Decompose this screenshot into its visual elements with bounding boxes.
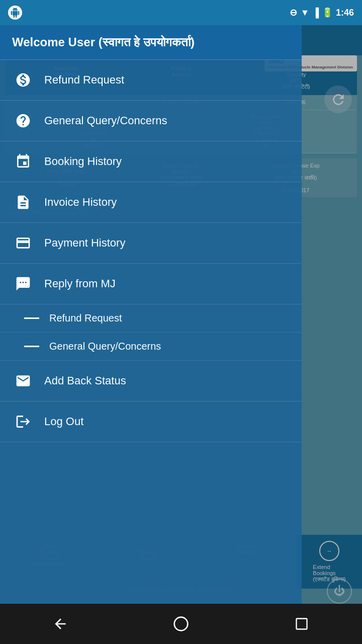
status-bar: ⊖ ▼ ▐ 🔋 1:46 xyxy=(0,0,362,25)
payment-label: Payment History xyxy=(44,236,125,250)
booking-icon xyxy=(12,150,34,173)
sub-query-label: General Query/Concerns xyxy=(49,341,161,352)
refund-icon xyxy=(12,69,34,91)
menu-item-addback[interactable]: Add Back Status xyxy=(0,361,302,401)
home-button[interactable] xyxy=(166,609,196,639)
status-bar-right: ⊖ ▼ ▐ 🔋 1:46 xyxy=(290,7,354,18)
query-icon xyxy=(12,110,34,132)
menu-list: Refund Request General Query/Concerns Bo… xyxy=(0,60,302,644)
back-button[interactable] xyxy=(45,609,75,639)
signal-icon: ▐ xyxy=(312,8,319,18)
menu-item-logout[interactable]: Log Out xyxy=(0,401,302,442)
drawer-header: Welcome User (स्वागत हे उपयोगकर्ता) xyxy=(0,25,302,60)
wifi-icon: ▼ xyxy=(300,8,309,18)
refund-label: Refund Request xyxy=(44,73,124,87)
reply-label: Reply from MJ xyxy=(44,277,116,290)
booking-label: Booking History xyxy=(44,155,122,168)
svg-rect-1 xyxy=(297,619,307,629)
battery-icon: 🔋 xyxy=(322,7,333,18)
navigation-drawer: Welcome User (स्वागत हे उपयोगकर्ता) Refu… xyxy=(0,25,302,644)
menu-item-query[interactable]: General Query/Concerns xyxy=(0,101,302,141)
drawer-title: Welcome User (स्वागत हे उपयोगकर्ता) xyxy=(12,35,290,49)
payment-icon xyxy=(12,232,34,254)
status-bar-left xyxy=(8,6,22,20)
addback-icon xyxy=(12,370,34,392)
invoice-label: Invoice History xyxy=(44,196,117,209)
menu-item-invoice[interactable]: Invoice History xyxy=(0,182,302,223)
sub-dash-query xyxy=(24,346,39,347)
menu-item-payment[interactable]: Payment History xyxy=(0,223,302,264)
logout-icon xyxy=(12,411,34,433)
query-label: General Query/Concerns xyxy=(44,114,167,127)
sub-menu-item-query[interactable]: General Query/Concerns xyxy=(0,333,302,361)
menu-item-booking[interactable]: Booking History xyxy=(0,141,302,182)
sub-dash-refund xyxy=(24,317,39,319)
invoice-icon xyxy=(12,191,34,213)
android-icon xyxy=(8,6,22,20)
do-not-disturb-icon: ⊖ xyxy=(290,7,297,18)
logout-label: Log Out xyxy=(44,415,83,428)
menu-item-reply[interactable]: Reply from MJ xyxy=(0,264,302,304)
recent-button[interactable] xyxy=(287,609,317,639)
menu-item-refund[interactable]: Refund Request xyxy=(0,60,302,101)
sub-refund-label: Refund Request xyxy=(49,312,122,324)
sub-menu-item-refund[interactable]: Refund Request xyxy=(0,304,302,333)
svg-point-0 xyxy=(174,617,188,631)
clock: 1:46 xyxy=(336,8,354,18)
reply-icon xyxy=(12,273,34,295)
navigation-bar xyxy=(0,604,362,644)
addback-label: Add Back Status xyxy=(44,374,126,387)
